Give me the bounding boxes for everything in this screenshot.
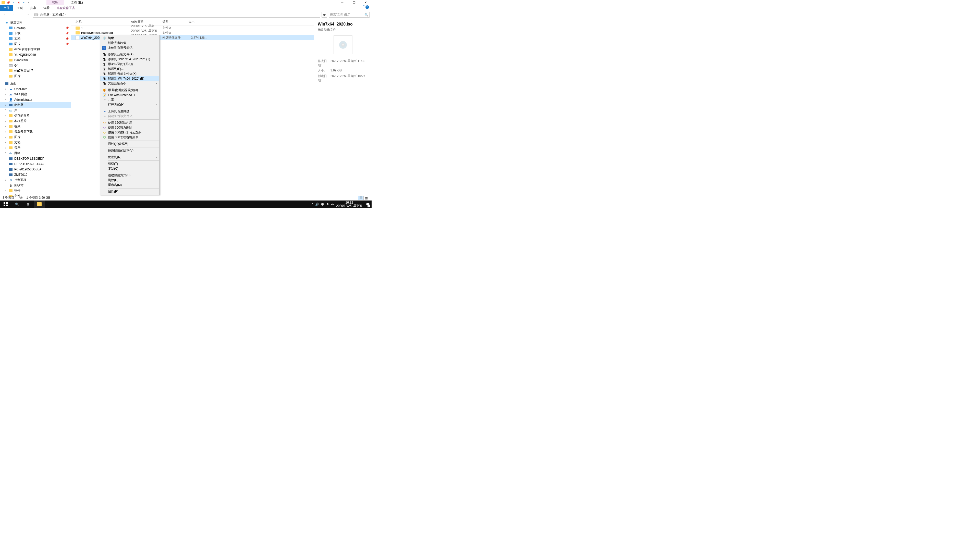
close-button[interactable]: ✕ [360,0,372,5]
breadcrumb-dropdown-icon[interactable]: ˅ [314,14,319,16]
ctx-360-unlock[interactable]: 🛡使用 360解除占用 [101,121,159,125]
ctx-share[interactable]: ↗共享 [101,97,159,102]
tray-app-icon[interactable]: ⚑ [326,203,329,206]
ctx-shortcut[interactable]: 创建快捷方式(S) [101,173,159,178]
tree-excel[interactable]: excel表格制作求和 [0,47,71,52]
chevron-icon[interactable]: › [51,14,51,16]
tab-view[interactable]: 查看 [40,5,53,11]
ctx-properties[interactable]: 属性(R) [101,189,159,194]
tree-network[interactable]: ˅🖧网络 [0,151,71,156]
col-type[interactable]: 类型 [162,20,188,24]
maximize-button[interactable]: ❐ [348,0,360,5]
tab-disc-tools[interactable]: 光盘映像工具 [53,5,79,11]
ctx-send-to[interactable]: 发送到(N)› [101,155,159,160]
tree-video[interactable]: ›视频 [0,124,71,129]
bc-location[interactable]: 文档 (E:) [52,13,65,17]
tree-documents2[interactable]: ›文档 [0,140,71,145]
explorer-taskbar-button[interactable] [34,200,45,208]
clock[interactable]: 16:32 2020/12/25, 星期五 [336,201,363,208]
ctx-burn[interactable]: 刻录光盘映像 [101,41,159,45]
tree-win7reinstall[interactable]: win7重装win7 [0,68,71,73]
tree-net-pc4[interactable]: ZMT2019 [0,172,71,177]
table-row[interactable]: 1 2020/12/15, 星期二 1... 文件夹 [71,25,314,30]
refresh-button[interactable]: ⟳ [321,12,327,17]
minimize-button[interactable]: ─ [336,0,348,5]
tree-net-pc1[interactable]: DESKTOP-LSSOEDP [0,156,71,161]
col-name[interactable]: 名称 [76,20,131,24]
qat-delete-icon[interactable]: ✖ [16,0,21,5]
forward-button[interactable]: → [10,13,16,17]
ctx-add-archive[interactable]: 🗜添加到压缩文件(A)... [101,52,159,57]
ctx-mount[interactable]: 💿装载 [101,36,159,41]
qat-dropdown-icon[interactable]: ▾ [27,0,31,5]
search-button[interactable]: 🔍 [11,200,22,208]
ctx-extract-here[interactable]: 🗜解压到当前文件夹(X) [101,71,159,76]
tree-wps[interactable]: ›☁WPS网盘 [0,92,71,97]
network-icon[interactable]: 🖧 [331,203,334,206]
tree-music[interactable]: ›音乐 [0,145,71,151]
ctx-other-zip[interactable]: 🗜其他压缩命令› [101,81,159,86]
back-button[interactable]: ← [2,13,8,17]
notifications-button[interactable]: 💬3 [364,200,371,208]
tree-desktop2[interactable]: ˅桌面 [0,81,71,86]
tree-yunqishi[interactable]: YUNQISHI2019 [0,52,71,57]
qat-undo-icon[interactable]: ↶ [21,0,26,5]
ctx-baidu[interactable]: ☁上传到百度网盘 [101,109,159,114]
ctx-360-menu[interactable]: 🛡使用 360管理右键菜单 [101,135,159,140]
view-details-button[interactable]: ☰ [358,196,363,200]
volume-icon[interactable]: 🔊 [315,203,319,206]
ctx-qq-send[interactable]: 通过QQ发送到 [101,141,159,146]
recent-dropdown[interactable]: ˅ [18,14,24,16]
tree-software[interactable]: ›软件 [0,188,71,193]
tree-admin[interactable]: ›👤Administrator [0,97,71,102]
tree-net-pc2[interactable]: DESKTOP-NJEU3CG [0,161,71,167]
tab-file[interactable]: 文件 [0,5,13,11]
ime-indicator[interactable]: 中 [321,202,324,206]
ctx-cut[interactable]: 剪切(T) [101,162,159,166]
task-view-button[interactable]: ⊞ [22,200,34,208]
chevron-icon[interactable]: › [65,14,66,16]
tab-share[interactable]: 共享 [27,5,40,11]
col-size[interactable]: 大小 [188,20,209,24]
tree-recycle[interactable]: 🗑回收站 [0,183,71,188]
tab-home[interactable]: 主页 [13,5,27,11]
tree-local-photos[interactable]: ›本机照片 [0,118,71,124]
ctx-honey[interactable]: 🍯用 蜂蜜浏览器 浏览(3) [101,88,159,93]
tree-desktop[interactable]: Desktop📌 [0,25,71,30]
search-input[interactable]: 搜索"文档 (E:)" 🔍 [329,12,369,17]
ctx-open-with[interactable]: 打开方式(H)› [101,102,159,107]
tree-tianyi[interactable]: ›天翼云盘下载 [0,129,71,135]
tree-onedrive[interactable]: ›☁OneDrive [0,86,71,92]
ctx-360-trojan[interactable]: 🛡使用 360进行木马云查杀 [101,130,159,135]
up-button[interactable]: ↑ [25,13,31,17]
tree-pictures[interactable]: 图片📌 [0,41,71,47]
tray-up-icon[interactable]: ˄ [312,203,313,206]
breadcrumb[interactable]: › 此电脑 › 文档 (E:) › ˅ [33,12,320,17]
tree-saved-pics[interactable]: ›保存的图片 [0,113,71,118]
tree-library[interactable]: ˅🗃库 [0,108,71,113]
table-row[interactable]: BaiduNetdiskDownload 2020/12/25, 星期五 1..… [71,30,314,35]
tree-downloads[interactable]: 下载📌 [0,30,71,36]
tree-bandicam[interactable]: Bandicam [0,57,71,63]
bc-this-pc[interactable]: 此电脑 [40,13,50,17]
qat-pin-icon[interactable]: 📌 [6,0,11,5]
ribbon-expand-icon[interactable]: ˅ ? [361,5,372,11]
ctx-add-zip[interactable]: 🗜添加到 "Win7x64_2020.zip" (T) [101,57,159,62]
tree-documents[interactable]: 文档📌 [0,36,71,41]
tree-quick-access[interactable]: ˅★快速访问 [0,20,71,25]
qat-check-icon[interactable]: ✔ [11,0,16,5]
tree-pictures3[interactable]: ›图片 [0,135,71,140]
ctx-rename[interactable]: 重命名(M) [101,183,159,187]
ctx-youdao[interactable]: 有上传到有道云笔记 [101,45,159,50]
tree-g-drive[interactable]: G:\ [0,63,71,68]
tree-net-pc3[interactable]: PC-20190530OBLA [0,167,71,172]
tree-control-panel[interactable]: ›⚙控制面板 [0,177,71,183]
ctx-copy[interactable]: 复制(C) [101,166,159,171]
ctx-360-force-delete[interactable]: 🛡使用 360强力删除 [101,125,159,130]
view-icons-button[interactable]: ▦ [363,196,369,200]
ctx-restore[interactable]: 还原以前的版本(V) [101,148,159,153]
ctx-delete[interactable]: 删除(D) [101,178,159,183]
ctx-extract-named[interactable]: 🗜解压到 Win7x64_2020\ (E) [101,76,159,81]
start-button[interactable] [0,200,11,208]
tree-pictures2[interactable]: 图片 [0,73,71,79]
